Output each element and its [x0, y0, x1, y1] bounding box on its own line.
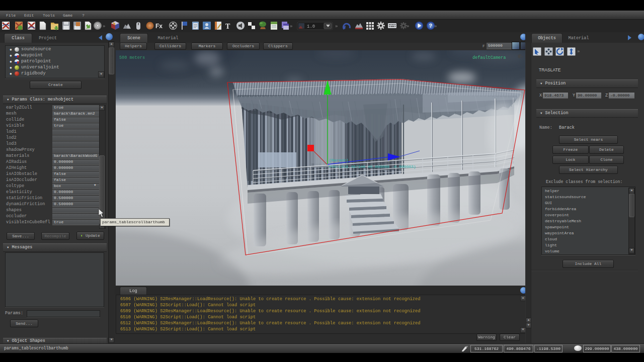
svg-text:Fx: Fx [155, 23, 163, 30]
svg-text:»: » [434, 24, 437, 29]
svg-text:1.0: 1.0 [307, 24, 315, 29]
svg-text:»: » [290, 24, 292, 29]
svg-text:»: » [335, 24, 338, 29]
svg-text:POS=(918.467340 40.000000 -0.0: POS=(918.467340 40.000000 -0.000003) [329, 164, 416, 169]
svg-text:?: ? [429, 23, 433, 29]
svg-text:[Barack]: [Barack] [329, 158, 348, 162]
svg-text:»: » [103, 24, 105, 29]
svg-text:T: T [225, 23, 230, 30]
svg-text:defaultCamera: defaultCamera [472, 55, 506, 60]
svg-text:»: » [407, 24, 409, 29]
